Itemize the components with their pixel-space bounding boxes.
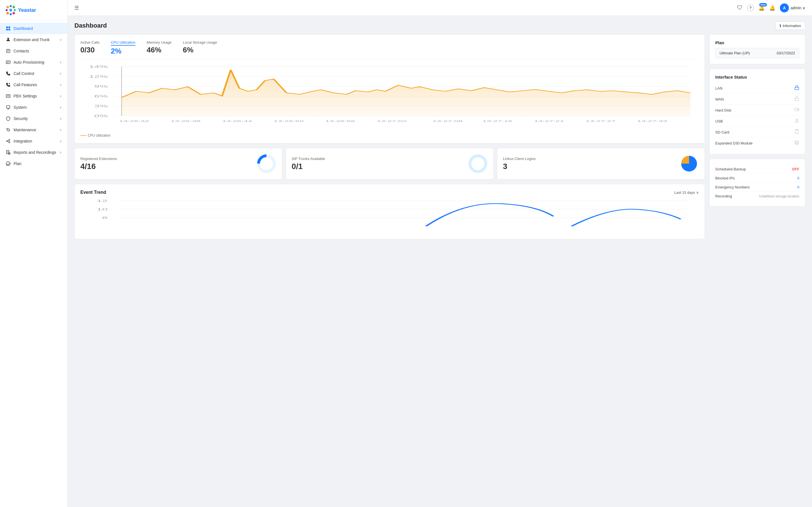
svg-text:12%: 12% [89, 75, 108, 78]
topbar: ☰ 🛡 ? 🔔 New 🔔 A admin ∨ [68, 0, 812, 16]
sidebar-item-system[interactable]: System ∨ [0, 102, 67, 113]
sip-trunks-card: SIP Trunks Available 0/1 [286, 148, 493, 179]
backup-label: Scheduled Backup [715, 167, 746, 171]
cpu-label: CPU Utilization [111, 40, 135, 46]
right-panel: Plan Ultimate Plan (UP) 03/17/2022 Inter… [709, 34, 805, 239]
svg-point-20 [9, 83, 10, 84]
avatar: A [780, 3, 789, 12]
status-row-blocked-ips: Blocked IPs 0 [715, 174, 799, 183]
sidebar-item-pbx-settings[interactable]: PBX Settings ∨ [0, 91, 67, 102]
chevron-icon-integration: ∨ [59, 139, 62, 143]
svg-text:8: 8 [102, 216, 108, 220]
chevron-down-icon: ∨ [696, 190, 699, 194]
sip-trunks-label: SIP Trunks Available [292, 157, 325, 161]
page-title: Dashboard [74, 22, 107, 29]
cpu-chart-area: 14% 12% 9% 6% 3% 0% 13:26:32 13:26:38 13… [80, 64, 699, 131]
sidebar-label-dashboard: Dashboard [13, 26, 33, 31]
interface-status-card: Interface Status LAN WAN [709, 69, 805, 154]
svg-text:13:26:56: 13:26:56 [325, 119, 355, 122]
hamburger-button[interactable]: ☰ [74, 5, 79, 11]
sip-trunks-value: 0/1 [292, 162, 325, 171]
plan-date: 03/17/2022 [777, 51, 795, 55]
sidebar-label-integration: Integration [13, 139, 32, 144]
interface-row-harddisk: Hard Disk [715, 105, 799, 116]
reg-ext-value: 4/16 [80, 162, 117, 171]
sidebar-item-call-features[interactable]: Call Features ∨ [0, 79, 67, 91]
alert-icon[interactable]: 🔔 [769, 5, 775, 11]
information-button[interactable]: ℹ Information [775, 21, 805, 30]
logo-area: Yeastar [0, 0, 67, 20]
plan-row: Ultimate Plan (UP) 03/17/2022 [715, 48, 799, 58]
linkus-pie [679, 154, 699, 173]
interface-row-wan: WAN [715, 94, 799, 105]
shield-icon[interactable]: 🛡 [737, 4, 743, 11]
sidebar-item-integration[interactable]: Integration ∨ [0, 135, 67, 147]
stat-memory[interactable]: Memory Usage 46% [147, 40, 171, 55]
status-row-recording: Recording Undefined storage location [715, 192, 799, 201]
stat-storage[interactable]: Local Storage Usage 6% [183, 40, 217, 55]
svg-text:14%: 14% [89, 65, 108, 68]
sidebar-item-extension-trunk[interactable]: Extension and Trunk ∨ [0, 34, 67, 45]
sidebar-item-call-control[interactable]: Call Control ∨ [0, 68, 67, 79]
notifications-icon[interactable]: 🔔 New [758, 5, 765, 11]
sdcard-label: SD Card [715, 130, 729, 134]
svg-text:13:27:02: 13:27:02 [377, 119, 407, 122]
svg-point-4 [9, 9, 12, 12]
interface-row-d30: Expanded D30 Module [715, 138, 799, 149]
svg-point-0 [6, 6, 9, 8]
admin-label[interactable]: admin ∨ [791, 6, 805, 10]
chevron-icon-security: ∨ [59, 117, 62, 121]
sidebar-item-maintenance[interactable]: Maintenance ∨ [0, 124, 67, 135]
svg-rect-21 [6, 95, 10, 98]
harddisk-icon [794, 107, 799, 113]
svg-text:12: 12 [96, 200, 107, 203]
sdcard-icon [794, 129, 799, 135]
svg-rect-12 [8, 29, 10, 31]
admin-area[interactable]: A admin ∨ [780, 3, 805, 12]
content-area: Dashboard ℹ Information Active Calls 0/3… [68, 16, 812, 507]
call-control-icon [6, 71, 11, 76]
legend-line [80, 135, 86, 136]
sidebar-label-reports: Reports and Recordings [13, 150, 56, 155]
svg-point-28 [9, 139, 10, 140]
sidebar-label-call-features: Call Features [13, 82, 37, 87]
stat-cpu[interactable]: CPU Utilization 2% [111, 40, 135, 55]
sidebar-item-dashboard[interactable]: Dashboard [0, 23, 67, 34]
sidebar-item-contacts[interactable]: Contacts [0, 45, 67, 57]
reg-ext-donut [257, 154, 276, 173]
reg-ext-label: Registered Extensions [80, 157, 117, 161]
sidebar-item-reports[interactable]: Reports and Recordings ∨ [0, 147, 67, 158]
svg-rect-24 [6, 106, 10, 108]
usb-label: USB [715, 119, 723, 123]
recording-value: Undefined storage location [759, 194, 799, 198]
svg-line-31 [8, 142, 9, 142]
svg-point-65 [470, 156, 486, 172]
memory-label: Memory Usage [147, 40, 171, 45]
sidebar-nav: Dashboard Extension and Trunk ∨ Contacts [0, 20, 67, 172]
cpu-chart-svg: 14% 12% 9% 6% 3% 0% 13:26:32 13:26:38 13… [80, 64, 699, 131]
reports-icon [6, 150, 11, 155]
lan-label: LAN [715, 86, 722, 91]
storage-label: Local Storage Usage [183, 40, 217, 45]
event-filter-dropdown[interactable]: Last 15 days ∨ [674, 190, 699, 194]
svg-point-6 [6, 12, 9, 14]
sidebar-label-system: System [13, 105, 27, 110]
stats-chart-card: Active Calls 0/30 CPU Utilization 2% Mem… [74, 34, 705, 144]
sidebar-item-security[interactable]: Security ∨ [0, 113, 67, 124]
system-icon [6, 105, 11, 110]
help-icon[interactable]: ? [747, 4, 754, 11]
sidebar-item-auto-provisioning[interactable]: Auto Provisioning ∨ [0, 57, 67, 68]
cpu-value: 2% [111, 47, 135, 55]
chevron-icon-system: ∨ [59, 106, 62, 109]
svg-point-7 [10, 13, 11, 15]
svg-text:13:27:08: 13:27:08 [433, 119, 463, 122]
svg-text:13:27:15: 13:27:15 [483, 119, 513, 122]
sidebar-item-plan[interactable]: Plan [0, 158, 67, 169]
maintenance-icon [6, 127, 11, 132]
recording-label: Recording [715, 194, 732, 198]
sidebar-label-contacts: Contacts [13, 49, 29, 53]
chevron-icon-callfeatures: ∨ [59, 83, 62, 87]
stat-active-calls[interactable]: Active Calls 0/30 [80, 40, 100, 55]
svg-text:13:26:32: 13:26:32 [119, 119, 149, 122]
plan-title: Plan [715, 40, 799, 45]
